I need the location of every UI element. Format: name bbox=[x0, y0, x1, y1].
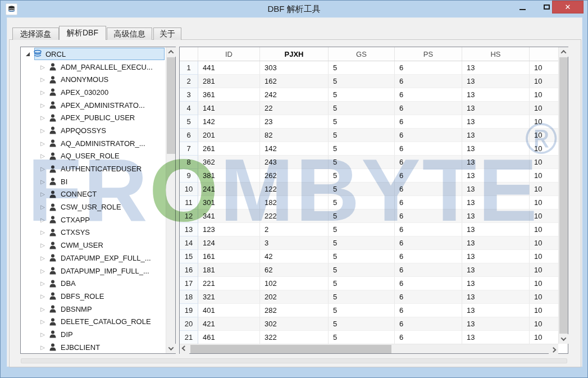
row-number-cell[interactable]: 14 bbox=[180, 236, 198, 250]
data-cell[interactable]: 181 bbox=[198, 263, 260, 277]
data-cell[interactable]: 6 bbox=[395, 223, 462, 236]
expand-arrow-icon[interactable]: ▷ bbox=[40, 89, 45, 95]
data-cell[interactable]: 362 bbox=[198, 156, 260, 169]
data-cell[interactable]: 5 bbox=[329, 115, 395, 129]
data-cell[interactable]: 10 bbox=[530, 223, 558, 236]
tree-item[interactable]: ▷DATAPUMP_IMP_FULL_... bbox=[21, 265, 166, 277]
row-number-cell[interactable]: 3 bbox=[180, 88, 198, 102]
data-cell[interactable]: 321 bbox=[198, 290, 260, 304]
data-cell[interactable]: 5 bbox=[329, 290, 395, 304]
tree-item[interactable]: ▷CTXAPP bbox=[21, 213, 166, 226]
data-cell[interactable]: 5 bbox=[329, 223, 395, 236]
expand-arrow-icon[interactable]: ▷ bbox=[40, 127, 45, 134]
data-cell[interactable]: 6 bbox=[395, 129, 462, 142]
data-cell[interactable]: 13 bbox=[462, 156, 530, 169]
tree-item[interactable]: ▷ADM_PARALLEL_EXECU... bbox=[21, 61, 166, 74]
bottom-scroll-strip[interactable] bbox=[21, 358, 567, 363]
row-number-cell[interactable]: 20 bbox=[180, 317, 198, 331]
data-cell[interactable]: 5 bbox=[329, 236, 395, 250]
tab-advanced-info[interactable]: 高级信息 bbox=[107, 28, 152, 40]
data-cell[interactable]: 10 bbox=[530, 290, 558, 304]
expand-arrow-icon[interactable]: ▷ bbox=[40, 268, 45, 274]
data-cell[interactable]: 6 bbox=[395, 236, 462, 250]
table-row[interactable]: 1618162561310 bbox=[180, 263, 558, 277]
data-cell[interactable]: 13 bbox=[462, 290, 530, 304]
data-cell[interactable]: 13 bbox=[462, 317, 530, 331]
expand-arrow-icon[interactable]: ▷ bbox=[40, 204, 45, 210]
tree-item[interactable]: ▷APEX_030200 bbox=[21, 86, 166, 99]
data-cell[interactable]: 42 bbox=[260, 250, 329, 263]
table-row[interactable]: 3361242561310 bbox=[180, 88, 558, 102]
tree-item[interactable]: ▷DATAPUMP_EXP_FULL_... bbox=[21, 252, 166, 265]
table-row[interactable]: 2281162561310 bbox=[180, 75, 558, 88]
column-header-id[interactable]: ID bbox=[198, 47, 260, 61]
data-cell[interactable]: 13 bbox=[462, 196, 530, 210]
tree-item[interactable]: ▷CONNECT bbox=[21, 188, 166, 201]
data-cell[interactable]: 6 bbox=[395, 61, 462, 75]
data-cell[interactable]: 10 bbox=[530, 156, 558, 169]
data-cell[interactable]: 6 bbox=[395, 169, 462, 183]
row-number-cell[interactable]: 1 bbox=[180, 61, 198, 75]
data-cell[interactable]: 5 bbox=[329, 61, 395, 75]
row-number-cell[interactable]: 15 bbox=[180, 250, 198, 263]
data-cell[interactable]: 10 bbox=[530, 115, 558, 129]
data-cell[interactable]: 6 bbox=[395, 277, 462, 290]
tree-item[interactable]: ▷DIP bbox=[21, 328, 166, 341]
data-cell[interactable]: 5 bbox=[329, 129, 395, 142]
table-row[interactable]: 1516142561310 bbox=[180, 250, 558, 263]
tree-item[interactable]: ▷CWM_USER bbox=[21, 239, 166, 252]
tree-item[interactable]: ▷DELETE_CATALOG_ROLE bbox=[21, 315, 166, 328]
data-cell[interactable]: 421 bbox=[198, 317, 260, 331]
title-bar[interactable]: DBF 解析工具 ✕ bbox=[1, 1, 587, 17]
table-vertical-scrollbar[interactable] bbox=[558, 47, 568, 344]
table-row[interactable]: 9381262561310 bbox=[180, 169, 558, 183]
data-cell[interactable]: 13 bbox=[462, 263, 530, 277]
table-hscrollbar-thumb[interactable] bbox=[190, 345, 391, 353]
row-number-cell[interactable]: 12 bbox=[180, 210, 198, 223]
data-cell[interactable]: 202 bbox=[260, 290, 329, 304]
data-cell[interactable]: 162 bbox=[260, 75, 329, 88]
data-cell[interactable]: 222 bbox=[260, 210, 329, 223]
data-cell[interactable]: 361 bbox=[198, 88, 260, 102]
column-header-gs[interactable]: GS bbox=[329, 47, 395, 61]
column-header-extra[interactable] bbox=[530, 47, 558, 61]
data-cell[interactable]: 10 bbox=[530, 263, 558, 277]
data-cell[interactable]: 381 bbox=[198, 169, 260, 183]
table-scroll-left-button[interactable] bbox=[180, 344, 189, 354]
data-cell[interactable]: 62 bbox=[260, 263, 329, 277]
data-cell[interactable]: 341 bbox=[198, 210, 260, 223]
data-cell[interactable]: 5 bbox=[329, 156, 395, 169]
tree-item[interactable]: ▷BI bbox=[21, 175, 166, 188]
expand-arrow-icon[interactable]: ▷ bbox=[40, 102, 45, 108]
data-cell[interactable]: 10 bbox=[530, 61, 558, 75]
row-number-cell[interactable]: 16 bbox=[180, 263, 198, 277]
data-cell[interactable]: 161 bbox=[198, 250, 260, 263]
tree-item[interactable]: ▷AQ_USER_ROLE bbox=[21, 150, 166, 163]
data-cell[interactable]: 13 bbox=[462, 88, 530, 102]
row-number-cell[interactable]: 21 bbox=[180, 331, 198, 344]
expand-arrow-icon[interactable]: ▷ bbox=[40, 115, 45, 121]
table-horizontal-scrollbar[interactable] bbox=[180, 344, 558, 353]
data-cell[interactable]: 6 bbox=[395, 304, 462, 317]
table-row[interactable]: 10241122561310 bbox=[180, 183, 558, 196]
expand-arrow-icon[interactable]: ▷ bbox=[40, 344, 45, 350]
data-cell[interactable]: 6 bbox=[395, 75, 462, 88]
data-cell[interactable]: 10 bbox=[530, 88, 558, 102]
data-cell[interactable]: 6 bbox=[395, 210, 462, 223]
data-cell[interactable]: 5 bbox=[329, 317, 395, 331]
data-cell[interactable]: 13 bbox=[462, 102, 530, 115]
table-row[interactable]: 18321202561310 bbox=[180, 290, 558, 304]
data-cell[interactable]: 13 bbox=[462, 331, 530, 344]
data-cell[interactable]: 243 bbox=[260, 156, 329, 169]
expand-arrow-icon[interactable]: ▷ bbox=[40, 318, 45, 325]
row-number-cell[interactable]: 8 bbox=[180, 156, 198, 169]
expand-arrow-icon[interactable]: ▷ bbox=[40, 153, 45, 159]
data-cell[interactable]: 441 bbox=[198, 61, 260, 75]
tree-item[interactable]: ▷APEX_ADMINISTRATO... bbox=[21, 99, 166, 112]
data-cell[interactable]: 10 bbox=[530, 142, 558, 156]
data-cell[interactable]: 124 bbox=[198, 236, 260, 250]
data-cell[interactable]: 102 bbox=[260, 277, 329, 290]
data-cell[interactable]: 5 bbox=[329, 75, 395, 88]
table-row[interactable]: 12341222561310 bbox=[180, 210, 558, 223]
table-row[interactable]: 21461322561310 bbox=[180, 331, 558, 344]
